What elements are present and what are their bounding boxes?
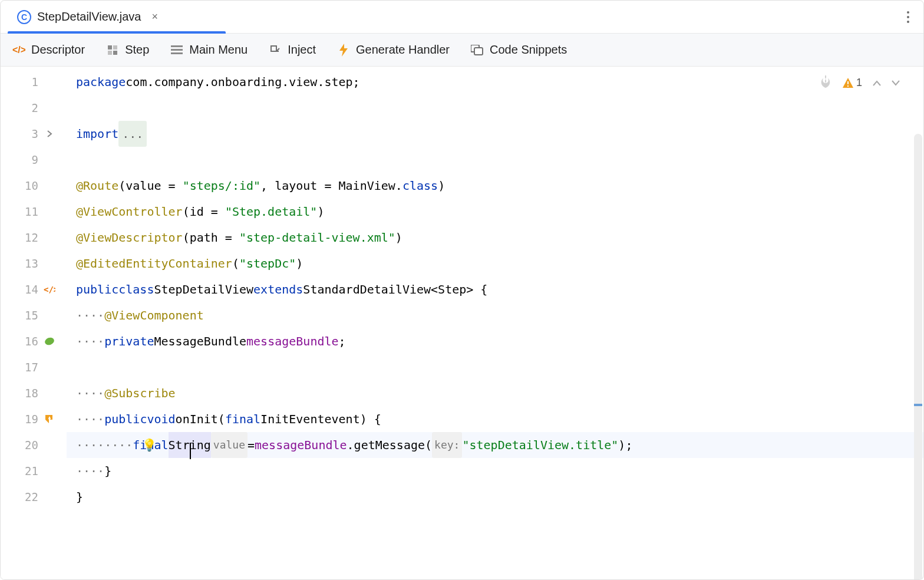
gutter-row[interactable]: 20: [1, 432, 67, 458]
inject-label: Inject: [288, 43, 316, 57]
gutter-row[interactable]: 22: [1, 484, 67, 510]
code-line[interactable]: import ...: [67, 121, 923, 147]
code-snippets-label: Code Snippets: [490, 43, 567, 57]
gutter-row[interactable]: 9: [1, 147, 67, 173]
code-line[interactable]: ····@Subscribe: [67, 380, 923, 406]
code-line[interactable]: ····private MessageBundle messageBundle;: [67, 328, 923, 354]
code-line[interactable]: @ViewController(id = "Step.detail"): [67, 199, 923, 225]
gutter-row[interactable]: 13: [1, 251, 67, 276]
descriptor-button[interactable]: </> Descriptor: [12, 43, 85, 57]
svg-text:</>: </>: [44, 285, 55, 294]
gutter-row[interactable]: 1: [1, 69, 67, 95]
bean-gutter-icon[interactable]: [43, 335, 56, 348]
svg-rect-3: [108, 51, 112, 55]
xml-gutter-icon[interactable]: </>: [43, 283, 56, 296]
entity-icon: [106, 44, 119, 57]
caret: [190, 443, 191, 459]
main-menu-label: Main Menu: [189, 43, 248, 57]
svg-rect-9: [474, 48, 483, 55]
gutter-row[interactable]: 21: [1, 458, 67, 484]
main-menu-button[interactable]: Main Menu: [170, 43, 248, 57]
svg-rect-6: [171, 49, 183, 51]
close-icon[interactable]: ×: [151, 11, 158, 23]
code-line[interactable]: }: [67, 484, 923, 510]
more-menu-icon[interactable]: [900, 11, 916, 23]
gutter-row[interactable]: 15: [1, 302, 67, 328]
code-line-active[interactable]: 💡········final String value = messageBun…: [67, 432, 923, 458]
svg-rect-1: [108, 45, 112, 50]
code-line[interactable]: @EditedEntityContainer("stepDc"): [67, 251, 923, 276]
code-line[interactable]: [67, 354, 923, 380]
inject-button[interactable]: Inject: [269, 43, 316, 57]
tab-bar: C StepDetailView.java ×: [1, 1, 923, 34]
svg-text:</>: </>: [12, 45, 25, 55]
gutter-row[interactable]: 16: [1, 328, 67, 354]
code-line[interactable]: [67, 147, 923, 173]
code-line[interactable]: @ViewDescriptor(path = "step-detail-view…: [67, 225, 923, 251]
intention-bulb-icon[interactable]: 💡: [142, 432, 157, 458]
tab-active-indicator: [8, 31, 226, 34]
code-line[interactable]: ····public void onInit(final InitEvent e…: [67, 406, 923, 432]
svg-rect-7: [171, 52, 183, 54]
scroll-marker[interactable]: [914, 404, 922, 406]
bolt-icon: [337, 44, 350, 57]
fold-expand-icon[interactable]: [43, 127, 56, 140]
gutter-row[interactable]: 3: [1, 121, 67, 147]
tab-title: StepDetailView.java: [37, 10, 141, 24]
svg-point-13: [44, 337, 55, 347]
code-line[interactable]: @Route(value = "steps/:id", layout = Mai…: [67, 173, 923, 199]
svg-rect-5: [171, 45, 183, 47]
toolbar: </> Descriptor Step Main Menu Inject Gen…: [1, 34, 923, 67]
svg-rect-4: [113, 51, 117, 55]
code-area[interactable]: package com.company.onboarding.view.step…: [67, 67, 923, 579]
gutter: 1 2 3 9 10 11 12 13 14</> 15 16 17 18 19…: [1, 67, 67, 579]
code-snippets-button[interactable]: Code Snippets: [471, 43, 567, 57]
snippets-icon: [471, 44, 484, 57]
gutter-row[interactable]: 17: [1, 354, 67, 380]
class-icon: C: [17, 10, 31, 24]
gutter-row[interactable]: 2: [1, 95, 67, 121]
code-line[interactable]: ····@ViewComponent: [67, 302, 923, 328]
code-line[interactable]: public class StepDetailView extends Stan…: [67, 276, 923, 302]
gutter-row[interactable]: 19: [1, 406, 67, 432]
file-tab[interactable]: C StepDetailView.java ×: [8, 1, 167, 33]
step-label: Step: [125, 43, 149, 57]
gutter-row[interactable]: 18: [1, 380, 67, 406]
xml-tag-icon: </>: [12, 44, 25, 57]
gutter-row[interactable]: 12: [1, 225, 67, 251]
gutter-row[interactable]: 14</>: [1, 276, 67, 302]
svg-rect-2: [113, 45, 117, 50]
scrollbar[interactable]: [914, 134, 922, 580]
generate-handler-button[interactable]: Generate Handler: [337, 43, 450, 57]
code-line[interactable]: [67, 95, 923, 121]
code-line[interactable]: package com.company.onboarding.view.step…: [67, 69, 923, 95]
generate-handler-label: Generate Handler: [356, 43, 450, 57]
gutter-row[interactable]: 10: [1, 173, 67, 199]
listener-gutter-icon[interactable]: [43, 413, 56, 426]
inject-icon: [269, 44, 282, 57]
descriptor-label: Descriptor: [31, 43, 85, 57]
gutter-row[interactable]: 11: [1, 199, 67, 225]
menu-icon: [170, 44, 183, 57]
editor: 1 2 3 9 10 11 12 13 14</> 15 16 17 18 19…: [1, 67, 923, 579]
code-line[interactable]: ····}: [67, 458, 923, 484]
folded-block[interactable]: ...: [118, 121, 147, 147]
step-button[interactable]: Step: [106, 43, 149, 57]
